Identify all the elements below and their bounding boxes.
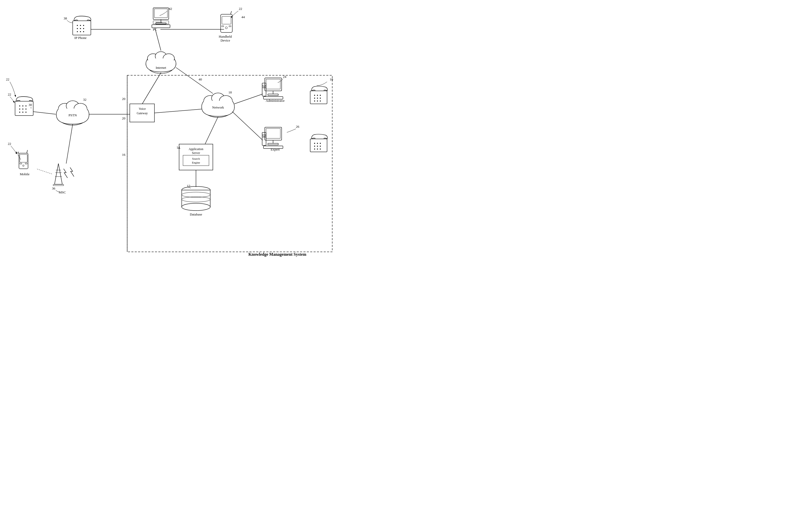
ref-26: 26 — [296, 125, 300, 129]
handheld-label2: Device — [220, 38, 230, 42]
mobile-device — [19, 150, 28, 169]
ref-22-handheld: 22 — [239, 7, 242, 11]
ref-44: 44 — [242, 15, 245, 19]
svg-point-80 — [314, 143, 315, 144]
svg-point-102 — [23, 165, 24, 167]
ref-20b: 20 — [122, 116, 126, 120]
svg-point-83 — [314, 146, 315, 147]
svg-rect-54 — [266, 79, 280, 89]
svg-point-67 — [320, 98, 321, 99]
network-expert-line — [232, 112, 263, 140]
administrator-workstation — [262, 78, 283, 99]
network-admin-line — [234, 94, 263, 104]
svg-line-101 — [27, 150, 27, 153]
svg-text:Voice: Voice — [139, 107, 146, 111]
ref-22-top-left: 22 — [6, 77, 9, 81]
main-diagram: Knowledge Management System 10 PC 42 — [0, 0, 403, 266]
svg-point-97 — [22, 112, 23, 113]
svg-point-95 — [25, 109, 26, 110]
ref-24: 24 — [283, 75, 287, 79]
svg-rect-76 — [263, 134, 266, 136]
svg-point-87 — [317, 149, 318, 150]
ref-36: 36 — [52, 186, 56, 190]
ref-22-mobile: 22 — [8, 142, 11, 146]
svg-rect-1 — [154, 9, 168, 18]
svg-point-66 — [317, 98, 318, 99]
svg-point-88 — [320, 149, 321, 150]
svg-point-8 — [77, 25, 78, 26]
msc-label: MSC — [59, 190, 66, 194]
svg-point-10 — [83, 25, 84, 26]
kms-label: Knowledge Management System — [248, 252, 307, 257]
svg-marker-105 — [55, 164, 62, 184]
svg-rect-103 — [20, 163, 22, 164]
svg-point-70 — [320, 100, 321, 101]
ref-32: 32 — [83, 98, 87, 101]
svg-rect-21 — [229, 26, 231, 27]
svg-point-96 — [19, 112, 20, 113]
svg-rect-61 — [310, 91, 327, 104]
svg-point-19 — [225, 27, 227, 29]
svg-point-65 — [314, 98, 315, 99]
svg-rect-79 — [310, 139, 327, 152]
svg-point-94 — [22, 109, 23, 110]
svg-text:Application: Application — [189, 147, 204, 151]
pstn-cloud — [56, 101, 89, 125]
svg-rect-100 — [20, 154, 27, 162]
ref-30: 30 — [28, 103, 32, 107]
svg-point-13 — [83, 28, 84, 29]
ref-20a: 20 — [122, 97, 126, 101]
svg-point-98 — [25, 112, 26, 113]
svg-point-69 — [317, 100, 318, 101]
svg-rect-58 — [263, 85, 266, 87]
expert-phone — [310, 134, 327, 152]
svg-point-84 — [317, 146, 318, 147]
pstn-label: PSTN — [69, 113, 77, 117]
svg-rect-77 — [263, 137, 266, 137]
svg-point-15 — [80, 31, 81, 32]
svg-rect-7 — [73, 21, 91, 35]
svg-point-93 — [19, 109, 20, 110]
pstn-msc-line — [66, 124, 73, 164]
svg-point-63 — [317, 95, 318, 96]
internet-label: Internet — [156, 66, 166, 70]
ref-42: 42 — [169, 7, 172, 11]
svg-rect-56 — [268, 94, 278, 96]
ref-16: 16 — [122, 153, 126, 156]
svg-point-90 — [19, 106, 20, 107]
svg-text:Engine: Engine — [192, 161, 200, 164]
network-appserver-line — [205, 117, 218, 144]
svg-rect-74 — [268, 143, 278, 145]
svg-rect-72 — [266, 129, 280, 138]
svg-point-62 — [314, 95, 315, 96]
app-server: Application Server Search Engine — [179, 144, 213, 170]
ip-phone-label: IP Phone — [75, 36, 87, 40]
expert-workstation — [262, 127, 283, 149]
svg-point-9 — [80, 25, 81, 26]
internet-vg-line — [142, 73, 161, 104]
ref-14: 14 — [176, 146, 180, 149]
svg-rect-104 — [25, 163, 27, 164]
database-label: Database — [190, 212, 202, 216]
svg-point-81 — [317, 143, 318, 144]
msc-mobile-wireless — [36, 169, 52, 174]
administrator-label: Administrator — [266, 99, 285, 102]
ip-phone-device — [73, 16, 91, 35]
ref-38: 38 — [63, 16, 67, 20]
internet-cloud — [146, 52, 176, 74]
vg-network-line — [154, 109, 202, 113]
svg-point-91 — [22, 106, 23, 107]
network-label: Network — [212, 106, 224, 109]
svg-point-11 — [77, 28, 78, 29]
diagram-container: Knowledge Management System 10 PC 42 — [0, 0, 403, 266]
network-cloud — [202, 93, 234, 117]
svg-line-22 — [230, 11, 232, 14]
database — [182, 186, 210, 211]
svg-rect-17 — [220, 14, 232, 33]
internet-network-line — [176, 68, 213, 93]
pc-internet-line — [155, 28, 161, 51]
svg-point-16 — [83, 31, 84, 32]
expert-label: Expert — [271, 148, 280, 151]
svg-text:Gateway: Gateway — [137, 111, 148, 115]
admin-phone — [310, 86, 327, 104]
